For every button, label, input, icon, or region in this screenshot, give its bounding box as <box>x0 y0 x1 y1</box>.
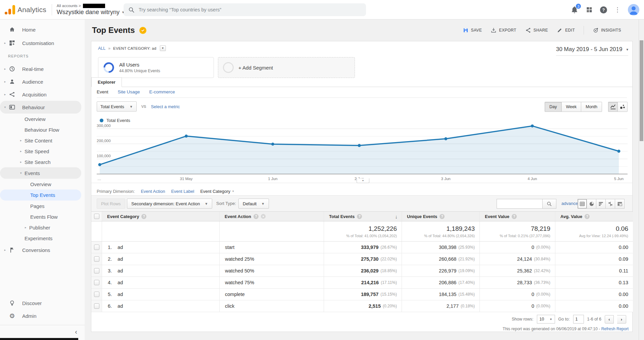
dimension-event-action-link[interactable]: Event Action <box>141 189 165 194</box>
show-rows-select[interactable]: 10 ▼ <box>537 315 555 324</box>
help-icon[interactable]: ? <box>585 214 590 219</box>
dimension-event-category-selected[interactable]: Event Category ▾ <box>200 189 234 194</box>
save-button[interactable]: SAVE <box>463 27 482 33</box>
sort-type-dropdown[interactable]: Default ▼ <box>238 199 269 209</box>
add-segment-button[interactable]: + Add Segment <box>218 57 355 78</box>
sidebar-item-discover[interactable]: Discover <box>0 297 85 309</box>
sidebar-item-audience[interactable]: ▸ Audience <box>0 75 85 88</box>
sort-desc-icon[interactable]: ↓ <box>395 214 398 219</box>
sidebar-item-pages[interactable]: Pages <box>0 201 85 211</box>
view-pivot-button[interactable] <box>615 199 625 209</box>
breadcrumb-all-link[interactable]: ALL <box>98 46 105 51</box>
select-metric-link[interactable]: Select a metric <box>151 104 180 109</box>
column-header-event-value[interactable]: Event Value ? <box>479 212 555 221</box>
row-checkbox[interactable] <box>94 292 99 297</box>
dimension-event-label-link[interactable]: Event Label <box>171 189 194 194</box>
sidebar-item-top-events[interactable]: Top Events <box>0 189 85 201</box>
row-checkbox[interactable] <box>94 303 99 309</box>
search-input[interactable] <box>139 7 361 12</box>
page-scrollbar[interactable] <box>639 19 644 340</box>
column-header-avg-value[interactable]: Avg. Value ? <box>555 212 633 221</box>
edit-button[interactable]: EDIT <box>557 27 575 33</box>
insights-button[interactable]: INSIGHTS <box>593 27 621 33</box>
account-switcher[interactable]: All accounts > Wszystkie dane witryny ▾ <box>57 4 124 16</box>
next-page-button[interactable]: › <box>617 315 626 324</box>
sidebar-item-publisher[interactable]: ▸ Publisher <box>0 222 85 233</box>
row-checkbox[interactable] <box>94 268 99 273</box>
subtab-site-usage[interactable]: Site Usage <box>118 89 140 94</box>
date-range-picker[interactable]: 30 May 2019 - 5 Jun 2019 ▾ <box>556 46 628 56</box>
breadcrumb-dropdown[interactable]: ▼ <box>160 45 166 51</box>
help-icon[interactable]: ? <box>357 214 362 219</box>
help-button[interactable]: ? <box>600 6 607 13</box>
notifications-button[interactable]: 3 <box>570 6 579 14</box>
metric-dropdown[interactable]: Total Events ▼ <box>97 101 137 112</box>
table-row[interactable]: 4.ad watched 75% 214,216(17.11%) 206,886… <box>91 277 633 289</box>
secondary-dimension-dropdown[interactable]: Secondary dimension: Event Action ▼ <box>127 199 212 209</box>
view-comparison-button[interactable] <box>606 199 615 209</box>
view-data-table-button[interactable] <box>578 199 587 209</box>
column-header-event-category[interactable]: Event Category ? <box>102 212 219 221</box>
column-header-unique-events[interactable]: Unique Events ? <box>402 212 479 221</box>
sidebar-item-customisation[interactable]: ▸ Customisation <box>0 36 85 50</box>
sidebar-item-realtime[interactable]: ▸ Real-time <box>0 62 85 75</box>
remove-secondary-dimension-icon[interactable]: ✕ <box>261 214 266 219</box>
sidebar-item-site-content[interactable]: ▸ Site Content <box>0 135 85 146</box>
apps-grid-icon[interactable] <box>586 6 593 13</box>
avatar[interactable] <box>628 4 639 15</box>
share-button[interactable]: SHARE <box>525 27 548 33</box>
sidebar-item-behaviour-flow[interactable]: Behaviour Flow <box>0 124 85 135</box>
collapse-sidebar-icon[interactable]: ‹ <box>75 328 77 336</box>
kebab-menu-icon[interactable]: ⋮ <box>614 6 620 13</box>
table-row[interactable]: 3.ad watched 50% 236,029(18.85%) 226,979… <box>91 265 633 277</box>
sidebar-item-events-overview[interactable]: Overview <box>0 179 85 189</box>
refresh-report-link[interactable]: Refresh Report <box>601 327 629 331</box>
granularity-month[interactable]: Month <box>581 102 602 112</box>
export-button[interactable]: EXPORT <box>491 27 516 33</box>
help-icon[interactable]: ? <box>141 214 146 219</box>
table-row[interactable]: 1.ad start 333,979(26.67%) 308,398(25.93… <box>91 242 633 253</box>
table-row[interactable]: 2.ad watched 25% 275,730(22.02%) 260,668… <box>91 253 633 265</box>
sidebar-item-conversions[interactable]: ▸ Conversions <box>0 244 85 256</box>
prev-page-button[interactable]: ‹ <box>605 315 614 324</box>
global-search[interactable] <box>124 3 366 16</box>
sidebar-item-site-speed[interactable]: ▸ Site Speed <box>0 146 85 157</box>
motion-chart-toggle[interactable] <box>618 102 628 112</box>
table-row[interactable]: 5.ad complete 189,757(15.15%) 184,135(15… <box>91 289 633 300</box>
row-checkbox[interactable] <box>94 256 99 262</box>
row-checkbox[interactable] <box>94 245 99 250</box>
sidebar-item-acquisition[interactable]: ▸ Acquisition <box>0 88 85 101</box>
table-row[interactable]: 6.ad click 2,515(0.20%) 2,177(0.18%) 0(0… <box>91 300 633 312</box>
analytics-logo[interactable]: Analytics <box>4 4 46 15</box>
sidebar-item-behaviour[interactable]: ▾ Behaviour <box>0 101 85 114</box>
sidebar-item-admin[interactable]: ⚙ Admin <box>0 309 85 322</box>
subtab-event[interactable]: Event <box>97 89 108 94</box>
help-icon[interactable]: ? <box>512 214 517 219</box>
tab-explorer[interactable]: Explorer <box>91 77 122 87</box>
scrollbar-thumb[interactable] <box>640 40 643 141</box>
line-chart-toggle[interactable] <box>608 102 618 112</box>
table-search-input[interactable] <box>497 199 542 209</box>
sidebar-item-events[interactable]: ▾ Events <box>0 167 85 179</box>
help-icon[interactable]: ? <box>254 214 259 219</box>
granularity-week[interactable]: Week <box>562 102 582 112</box>
sidebar-item-events-flow[interactable]: Events Flow <box>0 211 85 222</box>
subtab-ecommerce[interactable]: E-commerce <box>149 89 175 94</box>
row-checkbox[interactable] <box>94 280 99 285</box>
select-all-checkbox[interactable] <box>94 214 99 219</box>
plot-rows-button[interactable]: Plot Rows <box>97 199 125 209</box>
sidebar-item-site-search[interactable]: ▸ Site Search <box>0 157 85 167</box>
sidebar-item-behaviour-overview[interactable]: Overview <box>0 114 85 124</box>
timeline-chart[interactable]: 100,000200,000300,000…31 May1 Jun2 Jun3 … <box>91 123 633 183</box>
goto-page-input[interactable] <box>573 315 584 324</box>
segment-all-users[interactable]: All Users 44.80% Unique Events <box>98 57 214 78</box>
column-header-total-events[interactable]: Total Events ? ↓ <box>324 212 402 221</box>
sidebar-item-home[interactable]: Home <box>0 23 85 36</box>
help-icon[interactable]: ? <box>440 214 445 219</box>
table-search-button[interactable] <box>542 199 556 209</box>
granularity-day[interactable]: Day <box>545 102 561 112</box>
sidebar-item-experiments[interactable]: Experiments <box>0 233 85 244</box>
column-header-event-action[interactable]: Event Action ? ✕ <box>219 212 324 221</box>
annotations-expander[interactable]: ▾ <box>357 178 369 183</box>
view-performance-button[interactable] <box>596 199 606 209</box>
